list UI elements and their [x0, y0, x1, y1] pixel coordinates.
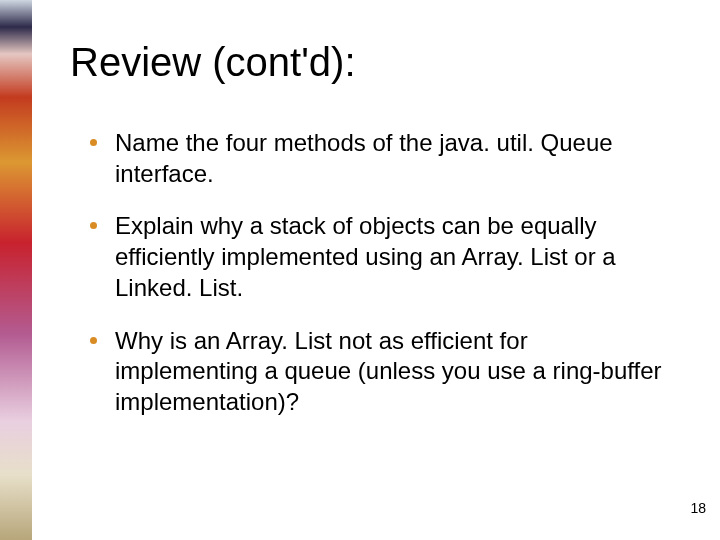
- decorative-left-strip: [0, 0, 32, 540]
- bullet-list: Name the four methods of the java. util.…: [90, 128, 670, 440]
- bullet-icon: [90, 337, 97, 344]
- bullet-icon: [90, 222, 97, 229]
- bullet-text: Why is an Array. List not as efficient f…: [115, 326, 670, 418]
- page-number: 18: [690, 500, 706, 516]
- slide: Review (cont'd): Name the four methods o…: [0, 0, 720, 540]
- list-item: Name the four methods of the java. util.…: [90, 128, 670, 189]
- slide-title: Review (cont'd):: [70, 40, 356, 85]
- list-item: Explain why a stack of objects can be eq…: [90, 211, 670, 303]
- bullet-text: Name the four methods of the java. util.…: [115, 128, 670, 189]
- bullet-icon: [90, 139, 97, 146]
- bullet-text: Explain why a stack of objects can be eq…: [115, 211, 670, 303]
- list-item: Why is an Array. List not as efficient f…: [90, 326, 670, 418]
